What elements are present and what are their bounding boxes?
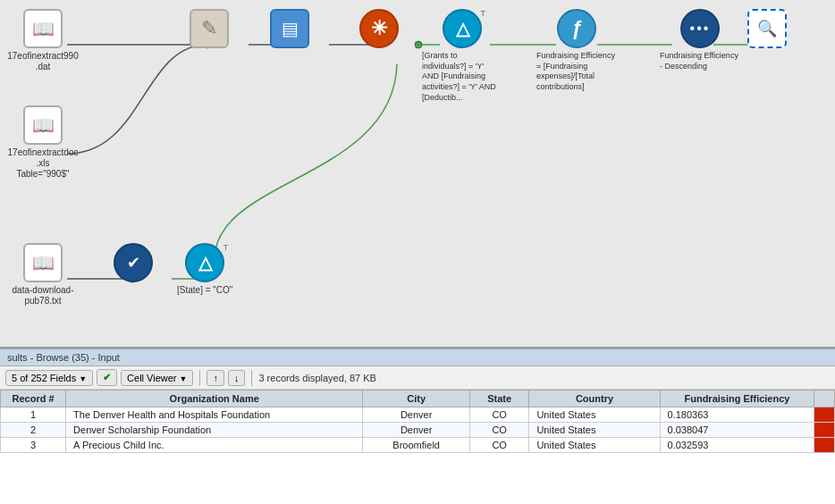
node-label-6: [Grants to individuals?] = 'Y' AND [Fund…: [422, 51, 502, 103]
chevron-down-icon: [79, 373, 87, 383]
formula-icon: ƒ: [571, 17, 582, 40]
table-row[interactable]: 1The Denver Health and Hospitals Foundat…: [1, 407, 835, 423]
cell-state: CO: [469, 438, 528, 453]
col-header-marker: [814, 391, 835, 407]
node-label-7: Fundraising Efficiency = [Fundraising ex…: [536, 51, 617, 93]
node-tool[interactable]: ✎: [190, 9, 229, 51]
arrow-up-button[interactable]: [207, 370, 224, 386]
cell-viewer-button[interactable]: Cell Viewer: [121, 370, 193, 386]
node-input[interactable]: ▤: [270, 9, 309, 51]
arrow-down-button[interactable]: [228, 370, 246, 386]
row-marker: [814, 438, 835, 453]
cell-record: 1: [1, 407, 66, 423]
col-header-country: Country: [529, 391, 660, 407]
input-icon: ▤: [282, 18, 299, 39]
toolbar: 5 of 252 Fields ✔ Cell Viewer 3 records …: [0, 366, 835, 390]
join-icon: ✳: [371, 17, 387, 40]
data-table-container[interactable]: Record # Organization Name City State Co…: [0, 390, 835, 453]
node-join[interactable]: ✳: [359, 9, 399, 51]
cell-record: 3: [1, 438, 66, 453]
cell-country: United States: [529, 407, 660, 423]
cell-org: A Precious Child Inc.: [66, 438, 363, 453]
row-marker: [814, 423, 835, 438]
col-header-efficiency: Fundraising Efficiency: [660, 391, 814, 407]
cell-efficiency: 0.180363: [660, 407, 814, 423]
cell-state: CO: [469, 423, 528, 438]
node-book-1[interactable]: 17eofinextract990.dat: [7, 9, 79, 72]
node-filter[interactable]: △ T [Grants to individuals?] = 'Y' AND […: [422, 9, 502, 103]
node-label-10: data-download-pub78.txt: [7, 285, 79, 307]
node-browse[interactable]: 🔍: [747, 9, 787, 51]
panel-title: sults - Browse (35) - Input: [0, 349, 835, 366]
cell-city: Broomfield: [363, 438, 470, 453]
arrow-down-icon: [234, 373, 240, 383]
fields-selector[interactable]: 5 of 252 Fields: [5, 370, 93, 386]
chevron-down-icon-2: [180, 373, 188, 383]
node-formula[interactable]: ƒ Fundraising Efficiency = [Fundraising …: [536, 9, 617, 93]
sort-icon: •••: [690, 21, 711, 37]
separator: [199, 370, 200, 386]
check-icon: ✔: [127, 253, 140, 273]
book-icon: [32, 18, 55, 39]
tool-icon: ✎: [201, 17, 217, 40]
node-filter-2[interactable]: △ T [State] = "CO": [177, 243, 232, 296]
node-label-8: Fundraising Efficiency - Descending: [660, 51, 740, 71]
cell-country: United States: [529, 423, 660, 438]
node-sort[interactable]: ••• Fundraising Efficiency - Descending: [660, 9, 740, 71]
row-marker: [814, 407, 835, 423]
records-info: 3 records displayed, 87 KB: [258, 373, 375, 383]
separator-2: [251, 370, 252, 386]
results-panel: sults - Browse (35) - Input 5 of 252 Fie…: [0, 349, 835, 504]
table-row[interactable]: 2Denver Scholarship FoundationDenverCOUn…: [1, 423, 835, 438]
cell-country: United States: [529, 438, 660, 453]
cell-record: 2: [1, 423, 66, 438]
cell-org: The Denver Health and Hospitals Foundati…: [66, 407, 363, 423]
col-header-city: City: [363, 391, 470, 407]
book-icon-2: [32, 114, 55, 136]
node-label-12: [State] = "CO": [177, 285, 232, 296]
check-button[interactable]: ✔: [97, 369, 117, 386]
cell-state: CO: [469, 407, 528, 423]
node-book-3[interactable]: data-download-pub78.txt: [7, 243, 79, 307]
node-book-2[interactable]: 17eofinextractdoc.xlsTable="990$": [7, 105, 79, 180]
filter-icon: △: [456, 18, 469, 39]
book-icon-3: [32, 252, 55, 273]
table-row[interactable]: 3A Precious Child Inc.BroomfieldCOUnited…: [1, 438, 835, 453]
data-table: Record # Organization Name City State Co…: [0, 390, 835, 453]
cell-city: Denver: [363, 407, 470, 423]
col-header-org: Organization Name: [66, 391, 363, 407]
filter-icon-2: △: [198, 252, 212, 273]
svg-point-10: [415, 41, 422, 48]
cell-org: Denver Scholarship Foundation: [66, 423, 363, 438]
node-label-1: 17eofinextract990.dat: [7, 51, 79, 72]
workflow-canvas: 17eofinextract990.dat 17eofinextractdoc.…: [0, 0, 835, 349]
browse-icon: 🔍: [757, 19, 777, 38]
col-header-record: Record #: [1, 391, 66, 407]
cell-efficiency: 0.032593: [660, 438, 814, 453]
cell-city: Denver: [363, 423, 470, 438]
arrow-up-icon: [213, 373, 218, 383]
node-label-2: 17eofinextractdoc.xlsTable="990$": [7, 147, 79, 180]
col-header-state: State: [469, 391, 528, 407]
cell-efficiency: 0.038047: [660, 423, 814, 438]
node-check[interactable]: ✔: [114, 243, 153, 285]
